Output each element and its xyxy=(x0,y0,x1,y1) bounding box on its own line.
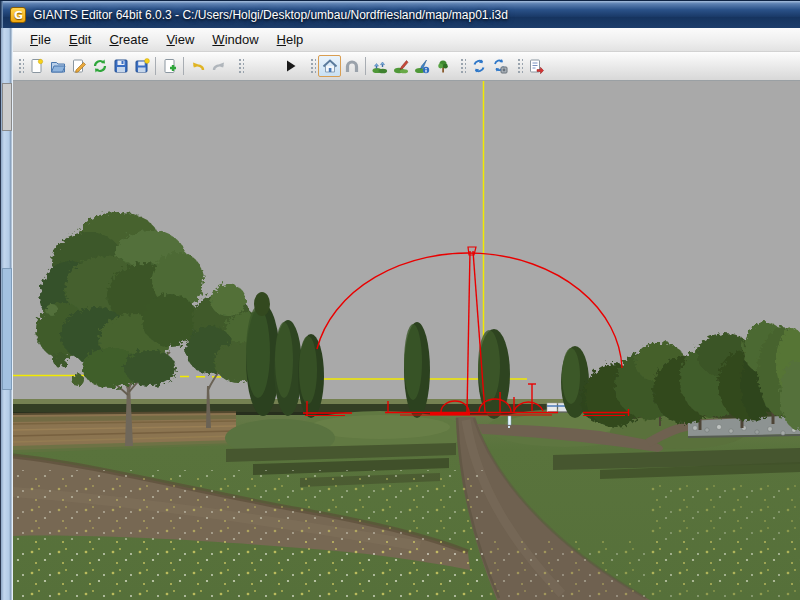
toolbar-separator xyxy=(183,57,184,75)
reload-icon xyxy=(92,58,108,74)
toolbar-separator xyxy=(365,57,366,75)
toolbar-grip[interactable] xyxy=(237,57,244,75)
undo-icon xyxy=(190,58,206,74)
foliage-paint-icon xyxy=(435,58,451,74)
reload-button[interactable] xyxy=(89,55,110,77)
window-frame-left xyxy=(0,28,13,600)
toolbar-grip[interactable] xyxy=(17,57,24,75)
camera-arch-icon xyxy=(344,58,360,74)
terrain-info-button[interactable] xyxy=(411,55,432,77)
open-file-button[interactable] xyxy=(47,55,68,77)
home-camera-button[interactable] xyxy=(318,55,341,77)
save-button[interactable] xyxy=(110,55,131,77)
edit-document-button[interactable] xyxy=(68,55,89,77)
application-window: G GIANTS Editor 64bit 6.0.3 - C:/Users/H… xyxy=(0,0,800,600)
app-icon[interactable]: G xyxy=(10,7,26,23)
sync-object-button[interactable] xyxy=(489,55,510,77)
play-icon xyxy=(283,58,299,74)
undo-button[interactable] xyxy=(187,55,208,77)
title-bar[interactable]: G GIANTS Editor 64bit 6.0.3 - C:/Users/H… xyxy=(0,0,800,28)
terrain-paint-button[interactable] xyxy=(390,55,411,77)
panel-corner-handle xyxy=(2,83,12,131)
toolbar-grip[interactable] xyxy=(459,57,466,75)
menu-file[interactable]: File xyxy=(21,30,60,49)
open-folder-icon xyxy=(50,58,66,74)
redo-icon xyxy=(211,58,227,74)
new-file-icon xyxy=(29,58,45,74)
save-icon xyxy=(113,58,129,74)
home-camera-icon xyxy=(322,58,338,74)
camera-arch-button[interactable] xyxy=(341,55,362,77)
menu-help[interactable]: Help xyxy=(268,30,313,49)
menu-view[interactable]: View xyxy=(157,30,203,49)
menu-bar: File Edit Create View Window Help xyxy=(13,28,800,52)
menu-window[interactable]: Window xyxy=(203,30,267,49)
new-file-button[interactable] xyxy=(26,55,47,77)
toolbar-grip[interactable] xyxy=(309,57,316,75)
play-button[interactable] xyxy=(280,55,301,77)
frame-glass-highlight xyxy=(2,268,12,390)
import-file-button[interactable] xyxy=(159,55,180,77)
window-corner xyxy=(0,1,3,29)
script-console-icon xyxy=(528,58,544,74)
import-file-icon xyxy=(162,58,178,74)
menu-create[interactable]: Create xyxy=(100,30,157,49)
redo-button[interactable] xyxy=(208,55,229,77)
toolbar xyxy=(13,52,800,81)
sync-icon xyxy=(471,58,487,74)
terrain-paint-icon xyxy=(393,58,409,74)
window-title: GIANTS Editor 64bit 6.0.3 - C:/Users/Hol… xyxy=(33,1,508,29)
sync-object-icon xyxy=(492,58,508,74)
menu-edit[interactable]: Edit xyxy=(60,30,100,49)
script-console-button[interactable] xyxy=(525,55,546,77)
sync-button[interactable] xyxy=(468,55,489,77)
terrain-raise-button[interactable] xyxy=(369,55,390,77)
viewport-3d[interactable] xyxy=(13,81,800,600)
toolbar-grip[interactable] xyxy=(516,57,523,75)
terrain-raise-icon xyxy=(372,58,388,74)
toolbar-separator xyxy=(155,57,156,75)
edit-document-icon xyxy=(71,58,87,74)
save-as-button[interactable] xyxy=(131,55,152,77)
terrain-info-icon xyxy=(414,58,430,74)
viewport-3d-scene xyxy=(13,81,800,600)
grass-flowers xyxy=(645,480,800,590)
save-as-icon xyxy=(134,58,150,74)
foliage-paint-button[interactable] xyxy=(432,55,453,77)
